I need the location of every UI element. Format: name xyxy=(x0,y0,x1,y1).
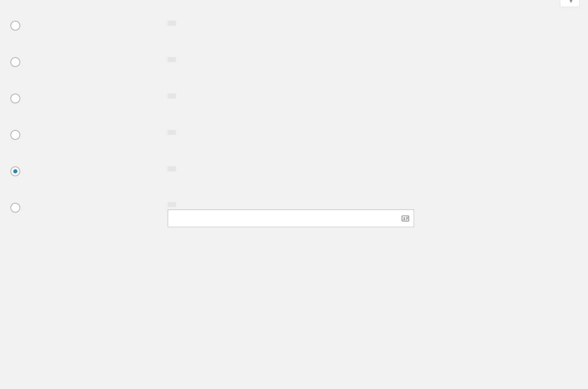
option-numeric xyxy=(10,129,580,140)
example-plain xyxy=(168,21,176,26)
radio-plain[interactable] xyxy=(10,21,20,31)
option-plain xyxy=(10,20,580,31)
radio-month-name[interactable] xyxy=(10,94,20,103)
radio-custom[interactable] xyxy=(10,203,20,213)
radio-post-name[interactable] xyxy=(10,166,20,176)
custom-structure-input[interactable] xyxy=(168,209,414,227)
example-numeric xyxy=(168,130,176,135)
help-tab[interactable]: ▼ xyxy=(560,0,580,7)
chevron-down-icon: ▼ xyxy=(569,0,574,4)
example-month-name xyxy=(168,94,176,98)
permalink-options xyxy=(10,20,580,227)
example-day-name xyxy=(168,57,176,62)
radio-day-name[interactable] xyxy=(10,57,20,67)
option-post-name xyxy=(10,166,580,176)
custom-url-prefix xyxy=(168,202,176,207)
option-month-name xyxy=(10,93,580,103)
option-custom xyxy=(10,202,580,227)
radio-numeric[interactable] xyxy=(10,130,20,140)
option-day-name xyxy=(10,56,580,67)
example-post-name xyxy=(168,166,176,171)
